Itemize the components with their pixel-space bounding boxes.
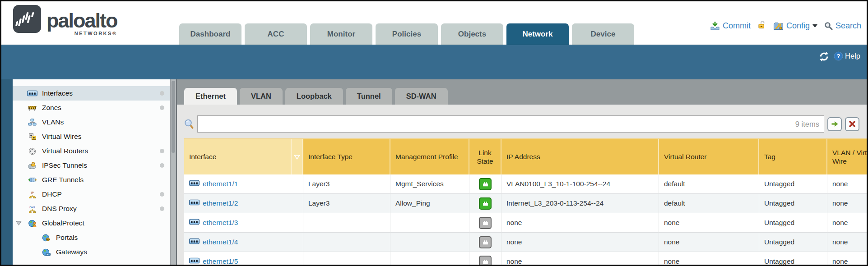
cell-vlan: none (827, 213, 867, 233)
subtab-vlan[interactable]: VLAN (240, 88, 283, 105)
link-state-icon (479, 178, 492, 190)
main-content: Ethernet VLAN Loopback Tunnel SD-WAN 9 i… (176, 79, 867, 265)
config-label: Config (786, 21, 810, 31)
column-header-ip-address[interactable]: IP Address (501, 139, 659, 174)
subtab-loopback[interactable]: Loopback (285, 88, 343, 105)
column-sort-dropdown[interactable] (292, 139, 303, 174)
subtab-ethernet[interactable]: Ethernet (184, 88, 237, 105)
sidebar-item-zones[interactable]: Zones (13, 101, 170, 115)
table-header: Interface Interface Type Management Prof… (184, 138, 867, 174)
sidebar-item-virtual-routers[interactable]: Virtual Routers (13, 144, 170, 158)
tab-acc[interactable]: ACC (245, 23, 307, 45)
tab-monitor[interactable]: Monitor (310, 23, 372, 45)
top-header: paloalto NETWORKS® Dashboard ACC Monitor… (1, 1, 867, 45)
clear-filter-button[interactable] (845, 117, 859, 131)
interface-link[interactable]: ethernet1/5 (203, 257, 238, 265)
column-header-interface[interactable]: Interface (184, 139, 292, 174)
table-row[interactable]: ethernet1/5 none none Untagged none (184, 252, 867, 265)
cell-interface-type: Layer3 (303, 174, 390, 194)
cell-management-profile (390, 213, 469, 233)
dns-proxy-icon: DNS (26, 205, 38, 213)
ethernet-interface-icon (189, 219, 200, 227)
column-header-interface-type[interactable]: Interface Type (303, 139, 390, 174)
link-state-icon (479, 197, 492, 210)
help-button[interactable]: ? Help (834, 51, 860, 61)
cell-vlan: none (827, 252, 867, 265)
sidebar-nav: Interfaces Zones VLANs (13, 79, 170, 265)
interface-link[interactable]: ethernet1/3 (203, 219, 238, 227)
refresh-button[interactable] (819, 51, 829, 62)
sidebar-item-portals[interactable]: Portals (13, 230, 170, 245)
interface-link[interactable]: ethernet1/4 (203, 238, 238, 246)
interfaces-icon (26, 90, 38, 96)
globalprotect-icon (26, 220, 38, 227)
table-row[interactable]: ethernet1/4 none none Untagged none (184, 233, 867, 252)
cell-interface-type (303, 252, 390, 265)
filter-input[interactable] (202, 119, 792, 128)
interface-link[interactable]: ethernet1/1 (203, 180, 238, 188)
tab-dashboard[interactable]: Dashboard (179, 23, 241, 45)
lock-icon[interactable] (757, 20, 766, 32)
link-state-icon (479, 217, 492, 229)
tab-policies[interactable]: Policies (376, 23, 438, 45)
cell-ip-address: none (501, 252, 659, 265)
config-menu[interactable]: Config (773, 21, 817, 31)
subtab-tunnel[interactable]: Tunnel (346, 88, 392, 105)
help-icon: ? (834, 51, 843, 61)
column-header-vlan-virtual-wire[interactable]: VLAN / Virtual Wire (827, 139, 867, 174)
sidebar-item-gre-tunnels[interactable]: GRE Tunnels (13, 173, 170, 187)
cell-virtual-router: none (659, 233, 759, 252)
sidebar-scrollbar[interactable] (170, 79, 176, 265)
commit-button[interactable]: Commit (710, 21, 751, 31)
dhcp-icon: IP (26, 191, 38, 198)
sidebar-scrollbar-thumb[interactable] (172, 81, 175, 153)
sidebar-item-vlans[interactable]: VLANs (13, 115, 170, 129)
paloalto-logo-icon (13, 5, 41, 33)
column-header-management-profile[interactable]: Management Profile (390, 139, 469, 174)
gateways-icon (40, 248, 52, 256)
cell-tag: Untagged (759, 252, 827, 265)
cell-vlan: none (827, 194, 867, 213)
sidebar-item-virtual-wires[interactable]: Virtual Wires (13, 129, 170, 144)
gre-tunnels-icon (26, 176, 38, 183)
sidebar-item-interfaces[interactable]: Interfaces (13, 86, 170, 101)
header-actions: Commit Config (710, 20, 861, 32)
cell-management-profile (390, 252, 469, 265)
interface-link[interactable]: ethernet1/2 (203, 199, 238, 207)
virtual-wires-icon (26, 133, 38, 140)
filter-bar: 9 items (184, 115, 859, 133)
column-header-tag[interactable]: Tag (759, 139, 827, 174)
cell-tag: Untagged (759, 233, 827, 252)
column-header-link-state[interactable]: Link State (469, 139, 501, 174)
zones-icon (26, 104, 38, 111)
sidebar-item-gateways[interactable]: Gateways (13, 245, 170, 259)
cell-tag: Untagged (759, 174, 827, 194)
subtab-sdwan[interactable]: SD-WAN (395, 88, 448, 105)
column-header-virtual-router[interactable]: Virtual Router (659, 139, 759, 174)
svg-text:DNS: DNS (29, 206, 35, 208)
cell-virtual-router: none (659, 252, 759, 265)
cell-ip-address: none (501, 213, 659, 233)
search-button[interactable]: Search (824, 21, 861, 31)
expander-triangle-icon[interactable] (16, 221, 22, 226)
tab-device[interactable]: Device (572, 23, 634, 45)
status-dot (160, 163, 164, 168)
tab-objects[interactable]: Objects (441, 23, 503, 45)
red-x-icon (849, 120, 856, 128)
cell-vlan: none (827, 174, 867, 194)
primary-nav: Dashboard ACC Monitor Policies Objects N… (179, 23, 634, 45)
sidebar-item-ipsec-tunnels[interactable]: IPSec Tunnels (13, 158, 170, 173)
table-row[interactable]: ethernet1/2 Layer3 Allow_Ping Internet_L… (184, 194, 867, 213)
table-row[interactable]: ethernet1/1 Layer3 Mgmt_Services VLAN010… (184, 174, 867, 194)
tab-network[interactable]: Network (506, 23, 569, 45)
sidebar-item-globalprotect[interactable]: GlobalProtect (13, 216, 170, 230)
ethernet-interface-icon (189, 257, 200, 265)
table-row[interactable]: ethernet1/3 none none Untagged none (184, 213, 867, 233)
sidebar-item-dhcp[interactable]: IP DHCP (13, 187, 170, 202)
app-window: paloalto NETWORKS® Dashboard ACC Monitor… (0, 0, 868, 266)
filter-input-wrap: 9 items (197, 115, 824, 133)
status-dot (160, 192, 164, 197)
cell-interface-type: Layer3 (303, 194, 390, 213)
apply-filter-button[interactable] (827, 117, 842, 131)
sidebar-item-dns-proxy[interactable]: DNS DNS Proxy (13, 202, 170, 216)
